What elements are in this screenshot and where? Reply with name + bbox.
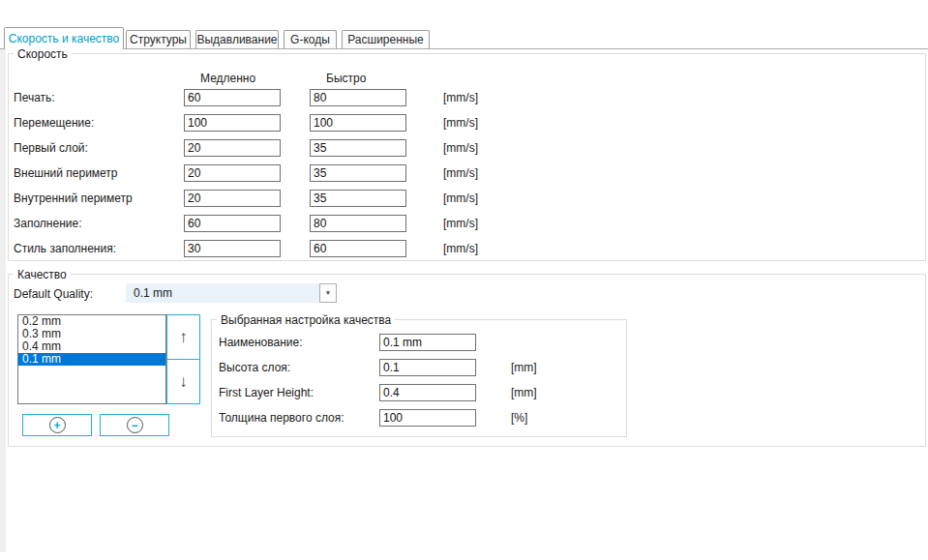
column-header-fast: Быстро [326, 72, 366, 85]
selected-row-label: First Layer Height: [219, 386, 314, 399]
tab-label: Структуры [130, 33, 187, 46]
tab-label: Скорость и качество [9, 32, 119, 45]
speed-row-label: Внешний периметр [14, 166, 118, 180]
tabstrip-baseline [0, 48, 928, 49]
plus-glyph: + [53, 420, 60, 431]
speed-unit-label: [mm/s] [443, 242, 478, 255]
default-quality-dropdown-button[interactable]: ▼ [319, 283, 337, 303]
dropdown-arrow-icon: ▼ [325, 289, 331, 296]
window-left-strip [0, 48, 6, 552]
selected-row-label: Высота слоя: [219, 361, 290, 374]
quality-group-title: Качество [14, 268, 71, 281]
move-down-button[interactable]: ↓ [166, 359, 200, 404]
minus-circle-icon: − [127, 417, 143, 433]
tab-structures[interactable]: Структуры [126, 30, 191, 48]
selected-quality-group-title: Выбранная настройка качества [217, 313, 395, 327]
speed-slow-input-3[interactable] [184, 164, 281, 182]
speed-fast-input-0[interactable] [310, 89, 406, 106]
quality-list-item-selected[interactable]: 0.1 mm [18, 353, 165, 366]
tab-label: Выдавливание [196, 33, 277, 46]
speed-row-label: Печать: [14, 91, 55, 104]
speed-slow-input-1[interactable] [184, 114, 281, 132]
speed-slow-input-0[interactable] [184, 89, 281, 106]
speed-fast-input-4[interactable] [310, 190, 406, 207]
first-layer-thickness-input[interactable] [379, 409, 476, 427]
speed-row-label: Перемещение: [14, 116, 94, 130]
settings-panel: Скорость и качество Структуры Выдавливан… [0, 0, 928, 560]
tab-label: G-коды [290, 33, 330, 46]
speed-fast-input-3[interactable] [310, 164, 406, 182]
tab-gcodes[interactable]: G-коды [284, 30, 337, 48]
speed-fast-input-1[interactable] [310, 114, 406, 132]
speed-group-title: Скорость [14, 47, 72, 61]
selected-row-label: Наименование: [219, 336, 303, 349]
speed-row-label: Стиль заполнения: [14, 242, 116, 255]
tab-extrusion[interactable]: Выдавливание [195, 30, 279, 48]
default-quality-value: 0.1 mm [134, 286, 172, 300]
plus-circle-icon: + [49, 417, 66, 433]
unit-label: [mm] [511, 361, 537, 374]
tab-label: Расширенные [347, 33, 424, 46]
unit-label: [%] [511, 411, 527, 425]
speed-unit-label: [mm/s] [443, 116, 478, 130]
layer-height-input[interactable] [379, 359, 476, 376]
speed-fast-input-2[interactable] [310, 139, 406, 157]
speed-fast-input-5[interactable] [310, 215, 406, 232]
speed-slow-input-2[interactable] [184, 139, 281, 157]
add-quality-button[interactable]: + [22, 414, 92, 436]
speed-slow-input-5[interactable] [184, 215, 281, 232]
arrow-up-icon: ↑ [179, 328, 188, 347]
unit-label: [mm] [511, 386, 537, 399]
speed-fast-input-6[interactable] [310, 240, 406, 257]
speed-unit-label: [mm/s] [443, 91, 478, 104]
speed-unit-label: [mm/s] [443, 217, 478, 230]
speed-unit-label: [mm/s] [443, 166, 478, 180]
minus-glyph: − [131, 420, 137, 431]
quality-listbox[interactable]: 0.2 mm 0.3 mm 0.4 mm 0.1 mm [17, 314, 166, 404]
speed-row-label: Первый слой: [14, 141, 88, 155]
speed-slow-input-4[interactable] [184, 190, 281, 207]
speed-slow-input-6[interactable] [184, 240, 281, 257]
move-up-button[interactable]: ↑ [166, 314, 200, 360]
tab-advanced[interactable]: Расширенные [342, 30, 430, 48]
selected-row-label: Толщина первого слоя: [219, 411, 344, 425]
tab-speed-quality[interactable]: Скорость и качество [4, 27, 124, 49]
remove-quality-button[interactable]: − [100, 414, 169, 436]
default-quality-label: Default Quality: [14, 287, 93, 301]
column-header-slow: Медленно [200, 72, 255, 85]
arrow-down-icon: ↓ [179, 372, 188, 392]
default-quality-combobox[interactable]: 0.1 mm [126, 283, 319, 303]
first-layer-height-input[interactable] [379, 384, 476, 401]
speed-unit-label: [mm/s] [443, 192, 478, 205]
quality-name-input[interactable] [379, 334, 476, 351]
speed-unit-label: [mm/s] [443, 141, 478, 155]
speed-row-label: Внутренний периметр [14, 192, 133, 205]
speed-row-label: Заполнение: [14, 217, 81, 230]
